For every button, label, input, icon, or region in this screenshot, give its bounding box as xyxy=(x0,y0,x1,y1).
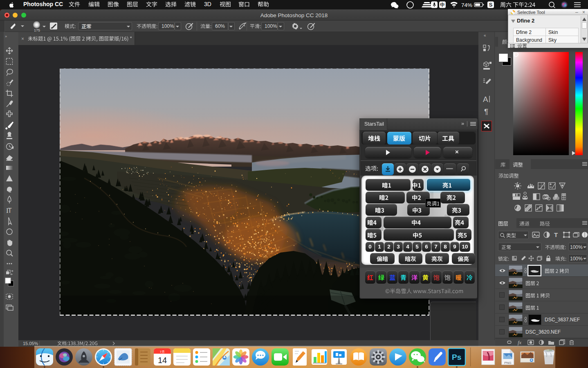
svg-text:PNG: PNG xyxy=(504,361,511,365)
svg-text:74%: 74% xyxy=(461,2,472,8)
svg-text:S: S xyxy=(489,2,493,8)
svg-text:¶: ¶ xyxy=(484,107,488,116)
svg-text:Ps: Ps xyxy=(452,353,461,361)
svg-text:7月: 7月 xyxy=(160,350,165,354)
svg-text:T: T xyxy=(8,207,12,214)
svg-text:中: 中 xyxy=(440,2,445,8)
svg-text:fx: fx xyxy=(518,339,522,345)
svg-text:T: T xyxy=(554,231,558,238)
svg-text:14: 14 xyxy=(158,356,167,365)
svg-text:A: A xyxy=(483,95,488,104)
